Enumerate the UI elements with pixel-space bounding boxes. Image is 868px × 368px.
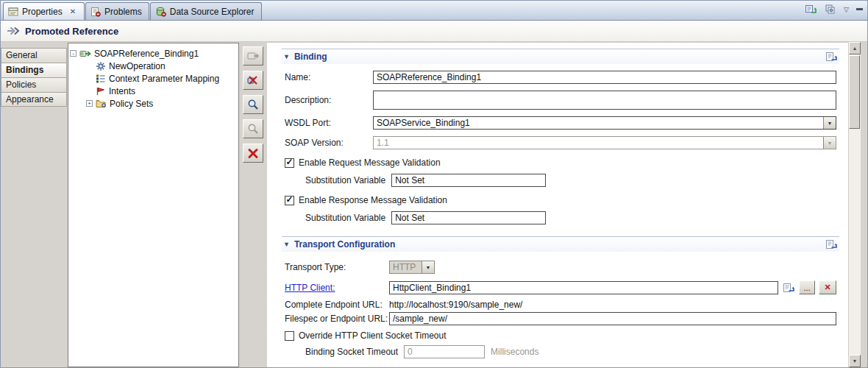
transport-type-label: Transport Type: [285,262,389,272]
http-client-link[interactable]: HTTP Client: [285,283,335,293]
binding-toolbar [239,42,267,367]
socket-timeout-label: Binding Socket Timeout [305,347,398,357]
tree-node-label: NewOperation [109,61,166,71]
expander-spacer [86,63,93,69]
problems-icon [90,7,101,17]
minimize-view-icon[interactable] [856,8,863,10]
tree-node-policy-sets[interactable]: + Policy Sets [86,97,237,110]
filespec-label: Filespec or Endpoint URL: [285,314,389,324]
scrollbar-track[interactable] [849,54,861,355]
substitution-variable-label: Substitution Variable [305,175,385,185]
request-validation-checkbox[interactable]: ✓ [285,158,294,168]
pin-view-icon[interactable] [805,4,817,15]
endpoint-url-label: Complete Endpoint URL: [285,300,389,310]
description-label: Description: [285,95,373,105]
collapse-section-icon[interactable]: ▼ [283,53,290,60]
tree-node-context-parameter-mapping[interactable]: Context Parameter Mapping [86,72,237,85]
socket-timeout-input [404,345,485,358]
wsdl-port-value: SOAPService_Binding1 [374,117,823,129]
dropdown-arrow-icon: ▼ [421,261,434,273]
tab-data-source-explorer[interactable]: Data Source Explorer [150,2,262,20]
response-substitution-row: Substitution Variable [305,211,836,224]
tree-node-label: Context Parameter Mapping [109,74,219,84]
milliseconds-label: Milliseconds [491,347,538,357]
response-substitution-input[interactable] [391,211,546,224]
view-tab-bar: Properties ✕ Problems Data Source Explor… [1,1,867,21]
right-margin-strip [861,42,867,367]
tab-properties[interactable]: Properties ✕ [3,2,85,20]
response-validation-checkbox[interactable]: ✓ [285,196,294,205]
section-title: Binding [294,52,327,62]
endpoint-url-row: Complete Endpoint URL: http://localhost:… [285,300,836,310]
scrollbar-thumb[interactable] [849,55,860,129]
delete-binding-button[interactable] [243,144,263,163]
sidebar-item-bindings[interactable]: Bindings [1,63,67,77]
view-toolbar: ▽ [805,4,863,15]
view-settings-icon[interactable] [825,4,836,15]
open-http-client-icon[interactable] [783,283,795,293]
dropdown-arrow-icon: ▼ [823,137,836,149]
clear-http-client-button[interactable]: ✕ [819,280,836,294]
soap-version-row: SOAP Version: 1.1 ▼ [285,136,836,149]
tab-problems[interactable]: Problems [85,2,149,20]
check-icon: ✓ [285,195,293,204]
tree-node-label: Intents [109,86,135,96]
name-label: Name: [285,72,373,82]
enable-response-validation-row: ✓ Enable Response Message Validation [285,195,836,205]
description-row: Description: [285,91,836,110]
form-title-bar: Promoted Reference [1,21,867,42]
section-title: Transport Configuration [294,239,395,250]
filespec-row: Filespec or Endpoint URL: [285,312,836,325]
override-timeout-checkbox[interactable] [285,331,294,341]
scroll-down-icon[interactable]: ▼ [849,355,861,367]
collapse-expander-icon[interactable]: - [70,50,77,57]
properties-tab-list: General Bindings Policies Appearance [1,42,67,367]
browse-bindings-button[interactable] [243,95,263,114]
collapse-section-icon[interactable]: ▼ [283,241,290,248]
generate-binding-button [243,46,263,66]
soap-version-select: 1.1 ▼ [373,136,836,149]
filespec-input[interactable] [389,312,836,325]
binding-section-header[interactable]: ▼ Binding [282,49,839,64]
transport-type-value: HTTP [390,261,421,273]
endpoint-url-value: http://localhost:9190/sample_new/ [389,300,522,310]
properties-icon [8,7,18,17]
close-tab-icon[interactable]: ✕ [68,7,77,15]
tab-label: Problems [104,7,142,17]
expand-expander-icon[interactable]: + [86,100,93,107]
wsdl-port-row: WSDL Port: SOAPService_Binding1 ▼ [285,116,836,130]
dropdown-arrow-icon[interactable]: ▼ [823,117,836,129]
wsdl-port-select[interactable]: SOAPService_Binding1 ▼ [373,116,836,130]
binding-section: ▼ Binding Name: Description: WSDL Port: [282,49,839,224]
scroll-up-icon[interactable]: ▲ [849,42,861,54]
request-substitution-input[interactable] [391,174,546,187]
wsdl-port-label: WSDL Port: [285,118,373,128]
tree-children: NewOperation Context Parameter Mapping I… [86,60,237,110]
substitution-variable-label: Substitution Variable [305,213,385,223]
transport-section: ▼ Transport Configuration Transport Type… [282,236,839,367]
transport-type-row: Transport Type: HTTP ▼ [285,261,836,274]
reference-binding-icon [79,48,91,59]
tab-label: Data Source Explorer [170,7,255,17]
binding-form: ▼ Binding Name: Description: WSDL Port: [267,42,848,367]
transport-section-header[interactable]: ▼ Transport Configuration [282,236,839,252]
tab-label: Properties [22,7,63,17]
http-client-actions: ... ✕ [783,280,836,294]
sidebar-item-general[interactable]: General [1,48,67,63]
browse-http-client-button[interactable]: ... [799,280,815,294]
section-menu-icon[interactable] [825,239,838,250]
http-client-input[interactable] [389,281,778,294]
vertical-scrollbar[interactable]: ▲ ▼ [848,42,861,367]
description-input[interactable] [373,91,836,110]
name-input[interactable] [373,71,836,84]
sidebar-item-policies[interactable]: Policies [1,77,67,92]
unbind-reference-button[interactable] [243,71,263,90]
view-menu-icon[interactable]: ▽ [844,6,849,13]
request-validation-label: Enable Request Message Validation [299,158,441,168]
tree-node-root[interactable]: - SOAPReference_Binding1 [70,47,237,60]
sidebar-item-appearance[interactable]: Appearance [1,92,67,107]
section-menu-icon[interactable] [825,52,838,62]
soap-version-label: SOAP Version: [285,138,373,148]
tree-node-newoperation[interactable]: NewOperation [86,60,237,72]
tree-node-intents[interactable]: Intents [86,85,237,97]
